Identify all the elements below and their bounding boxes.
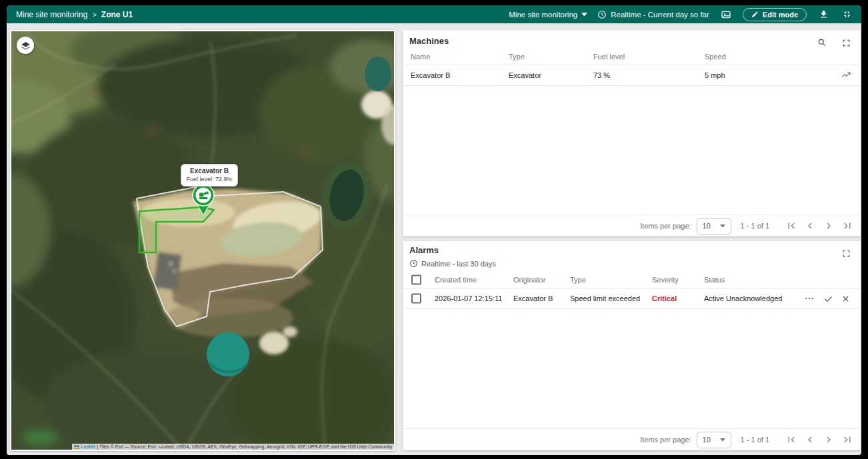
machines-expand-button[interactable] <box>839 36 853 49</box>
alarms-expand-button[interactable] <box>839 246 853 260</box>
leaflet-link[interactable]: Leaflet <box>81 444 95 449</box>
alarm-created-time: 2026-01-07 12:15:11 <box>435 294 502 302</box>
machine-speed: 5 mph <box>705 71 725 79</box>
machine-fuel: 73 % <box>593 71 610 79</box>
expand-icon <box>842 39 851 47</box>
alarms-page-range: 1 - 1 of 1 <box>741 436 769 444</box>
alarms-paginator: Items per page: 10 1 - 1 of 1 <box>403 428 861 450</box>
last-page-icon <box>841 220 853 232</box>
alarm-severity: Critical <box>652 294 677 302</box>
machines-table-header: Name Type Fuel level Speed <box>403 49 861 65</box>
sort-desc-icon: ↓ <box>435 276 439 284</box>
chevron-right-icon <box>823 434 835 446</box>
leaflet-flag-icon <box>74 445 79 449</box>
fullscreen-exit-icon <box>842 9 852 19</box>
page-size-value: 10 <box>703 436 711 444</box>
col-status[interactable]: Status <box>704 276 725 284</box>
close-icon <box>841 294 851 304</box>
map-layers-button[interactable] <box>17 37 34 54</box>
machines-widget: Machines Name Type Fuel level Speed Exca… <box>403 30 861 236</box>
top-toolbar: Mine site monitoring > Zone U1 Mine site… <box>7 5 861 23</box>
alarm-clear-button[interactable] <box>839 292 852 305</box>
image-icon <box>721 9 731 20</box>
chevron-left-icon <box>804 220 816 232</box>
last-page-button[interactable] <box>840 219 854 233</box>
alarms-page-size-select[interactable]: 10 <box>697 432 731 448</box>
alarm-row[interactable]: 2026-01-07 12:15:11 Excavator B Speed li… <box>403 288 861 309</box>
alarm-acknowledge-button[interactable] <box>821 292 835 305</box>
machine-row[interactable]: Excavator B Excavator 73 % 5 mph <box>403 65 861 86</box>
alarms-timewindow-button[interactable]: Realtime - last 30 days <box>409 259 496 268</box>
col-created-time-label: Created time <box>435 276 477 284</box>
col-name[interactable]: Name <box>411 53 430 61</box>
alarm-originator: Excavator B <box>513 294 553 302</box>
machines-title: Machines <box>409 36 449 46</box>
alarm-row-checkbox[interactable] <box>411 294 421 304</box>
alarms-title: Alarms <box>409 245 439 255</box>
chevron-down-icon <box>720 225 725 228</box>
timewindow-label: Realtime - Current day so far <box>611 11 709 19</box>
machines-page-size-select[interactable]: 10 <box>697 218 731 234</box>
edit-mode-button[interactable]: Edit mode <box>743 8 807 21</box>
machine-chart-button[interactable] <box>839 69 853 82</box>
col-severity[interactable]: Severity <box>652 276 679 284</box>
last-page-icon <box>841 434 853 446</box>
alarm-more-button[interactable] <box>803 292 816 305</box>
fullscreen-exit-button[interactable] <box>840 8 853 21</box>
more-horiz-icon <box>804 293 815 304</box>
pencil-icon <box>751 11 759 18</box>
first-page-icon <box>785 434 797 446</box>
next-page-button[interactable] <box>821 433 835 447</box>
breadcrumb-root[interactable]: Mine site monitoring <box>16 10 87 19</box>
machine-name: Excavator B <box>411 71 450 79</box>
machine-type: Excavator <box>509 71 541 79</box>
breadcrumb-separator: > <box>92 11 96 19</box>
items-per-page-label: Items per page: <box>640 222 691 230</box>
edit-mode-label: Edit mode <box>763 11 798 19</box>
layers-icon <box>21 41 31 51</box>
dashboard-select-label: Mine site monitoring <box>509 11 577 19</box>
trend-chart-icon <box>841 70 851 81</box>
expand-icon <box>842 249 851 258</box>
dashboard-select[interactable]: Mine site monitoring <box>509 11 587 19</box>
search-icon <box>817 38 827 47</box>
last-page-button[interactable] <box>840 433 854 447</box>
alarms-timewindow-label: Realtime - last 30 days <box>421 260 496 268</box>
alarm-status: Active Unacknowledged <box>704 294 782 302</box>
download-button[interactable] <box>817 8 830 21</box>
clock-icon <box>409 259 418 268</box>
marker-tooltip: Excavator B Fuel level: 72.9% <box>181 164 238 187</box>
col-speed[interactable]: Speed <box>705 53 726 61</box>
tooltip-machine-name: Excavator B <box>184 167 235 175</box>
chevron-left-icon <box>804 434 816 446</box>
col-fuel[interactable]: Fuel level <box>593 53 625 61</box>
col-type[interactable]: Type <box>509 53 525 61</box>
map-canvas[interactable]: Excavator B Fuel level: 72.9% Leaflet | … <box>11 31 394 450</box>
first-page-button[interactable] <box>784 433 798 447</box>
machines-search-button[interactable] <box>815 36 829 49</box>
col-originator[interactable]: Originator <box>513 276 545 284</box>
chevron-right-icon <box>823 220 835 232</box>
prev-page-button[interactable] <box>803 219 817 233</box>
alarms-widget: Alarms Realtime - last 30 days Created t… <box>403 241 861 450</box>
chevron-down-icon <box>720 438 725 442</box>
satellite-map <box>11 31 394 450</box>
breadcrumb-current: Zone U1 <box>101 10 133 19</box>
check-icon <box>823 294 833 304</box>
dashboard-window: Mine site monitoring > Zone U1 Mine site… <box>7 5 861 455</box>
dashboard-image-button[interactable] <box>719 8 733 21</box>
machines-page-range: 1 - 1 of 1 <box>741 222 769 230</box>
attribution-text: | Tiles © Esri — Source: Esri, i-cubed, … <box>97 444 392 449</box>
select-all-checkbox[interactable] <box>411 275 421 285</box>
download-icon <box>819 9 829 19</box>
col-type[interactable]: Type <box>570 276 586 284</box>
alarms-table-header: Created time ↓ Originator Type Severity … <box>403 272 861 288</box>
tooltip-fuel-level: Fuel level: 72.9% <box>184 176 235 183</box>
chevron-down-icon <box>581 13 587 16</box>
prev-page-button[interactable] <box>803 433 817 447</box>
first-page-button[interactable] <box>784 219 798 233</box>
alarm-type: Speed limit exceeded <box>570 294 640 302</box>
timewindow-button[interactable]: Realtime - Current day so far <box>597 10 709 19</box>
next-page-button[interactable] <box>821 219 835 233</box>
items-per-page-label: Items per page: <box>640 436 691 444</box>
